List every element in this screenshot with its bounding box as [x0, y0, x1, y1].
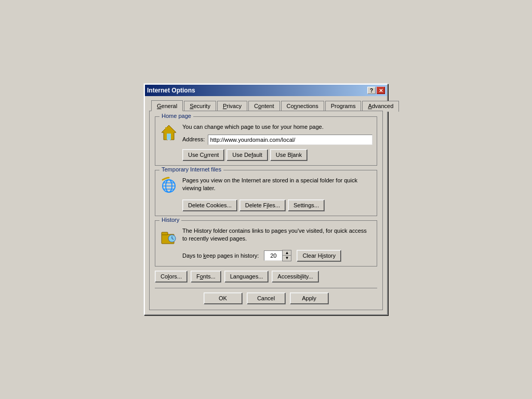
spin-up-button[interactable]: ▲: [283, 250, 291, 256]
dialog-buttons: OK Cancel Apply: [155, 288, 377, 304]
window-title: Internet Options: [147, 87, 195, 94]
tab-security[interactable]: Security: [184, 101, 216, 112]
title-bar: Internet Options ? ✕: [145, 85, 387, 96]
home-page-section: Home page You can change which page to u…: [155, 116, 377, 165]
help-button[interactable]: ?: [367, 87, 376, 94]
home-icon: [159, 123, 178, 142]
history-inner: The History folder contains links to pag…: [159, 227, 373, 246]
dialog-content: General Security Privacy Content Connect…: [145, 96, 387, 314]
settings-button[interactable]: Settings...: [288, 200, 325, 211]
clear-history-button[interactable]: Clear History: [297, 250, 341, 262]
internet-options-dialog: Internet Options ? ✕ General Security Pr…: [144, 84, 388, 315]
home-page-inner: You can change which page to use for you…: [159, 123, 373, 144]
days-input[interactable]: [264, 250, 283, 261]
bottom-buttons: Colors... Fonts... Languages... Accessib…: [155, 271, 377, 283]
title-bar-controls: ? ✕: [367, 87, 385, 94]
spin-down-button[interactable]: ▼: [283, 256, 291, 261]
days-label: Days to keep pages in history:: [182, 252, 259, 259]
history-icon-container: [159, 227, 178, 246]
title-bar-text: Internet Options: [147, 87, 195, 94]
home-page-buttons: Use Current Use Default Use Blank: [182, 149, 373, 161]
tab-advanced[interactable]: Advanced: [362, 101, 399, 112]
home-page-description: You can change which page to use for you…: [182, 123, 373, 144]
history-description: The History folder contains links to pag…: [182, 227, 373, 243]
address-label: Address:: [182, 136, 205, 143]
history-row: Days to keep pages in history: ▲ ▼ Clear…: [182, 250, 373, 262]
svg-rect-2: [165, 127, 168, 131]
history-section: History The History folder contains link…: [155, 220, 377, 267]
colors-button[interactable]: Colors...: [155, 271, 188, 283]
temp-files-section: Temporary Internet files Pages: [155, 170, 377, 216]
svg-rect-1: [167, 134, 171, 140]
ie-icon: [159, 177, 178, 195]
delete-files-button[interactable]: Delete Files...: [240, 200, 286, 211]
cancel-button[interactable]: Cancel: [247, 292, 286, 304]
tab-programs[interactable]: Programs: [325, 101, 362, 112]
delete-cookies-button[interactable]: Delete Cookies...: [182, 200, 237, 211]
history-title: History: [159, 217, 181, 223]
tab-general[interactable]: General: [151, 100, 183, 111]
fonts-button[interactable]: Fonts...: [191, 271, 221, 283]
close-button[interactable]: ✕: [377, 87, 385, 94]
temp-files-title: Temporary Internet files: [159, 166, 223, 172]
svg-rect-9: [162, 232, 168, 235]
tab-bar: General Security Privacy Content Connect…: [149, 100, 383, 111]
tab-privacy[interactable]: Privacy: [217, 101, 247, 112]
tab-content-general: Home page You can change which page to u…: [149, 111, 383, 310]
accessibility-button[interactable]: Accessibility...: [272, 271, 318, 283]
temp-files-inner: Pages you view on the Internet are store…: [159, 177, 373, 195]
use-default-button[interactable]: Use Default: [227, 149, 268, 161]
history-icon: [159, 227, 178, 246]
apply-button[interactable]: Apply: [290, 292, 329, 304]
ie-icon-container: [159, 177, 178, 195]
ok-button[interactable]: OK: [204, 292, 243, 304]
temp-files-buttons: Delete Cookies... Delete Files... Settin…: [182, 200, 373, 211]
address-input[interactable]: [208, 135, 373, 145]
use-current-button[interactable]: Use Current: [182, 149, 224, 161]
tab-connections[interactable]: Connections: [281, 101, 324, 112]
temp-files-description: Pages you view on the Internet are store…: [182, 177, 373, 193]
home-page-title: Home page: [159, 113, 193, 119]
use-blank-button[interactable]: Use Blank: [270, 149, 308, 161]
days-spinbox: ▲ ▼: [264, 250, 291, 261]
languages-button[interactable]: Languages...: [224, 271, 269, 283]
spin-arrows: ▲ ▼: [282, 250, 291, 261]
tab-content[interactable]: Content: [248, 101, 280, 112]
address-row: Address:: [182, 135, 373, 145]
home-icon-container: [159, 123, 178, 142]
